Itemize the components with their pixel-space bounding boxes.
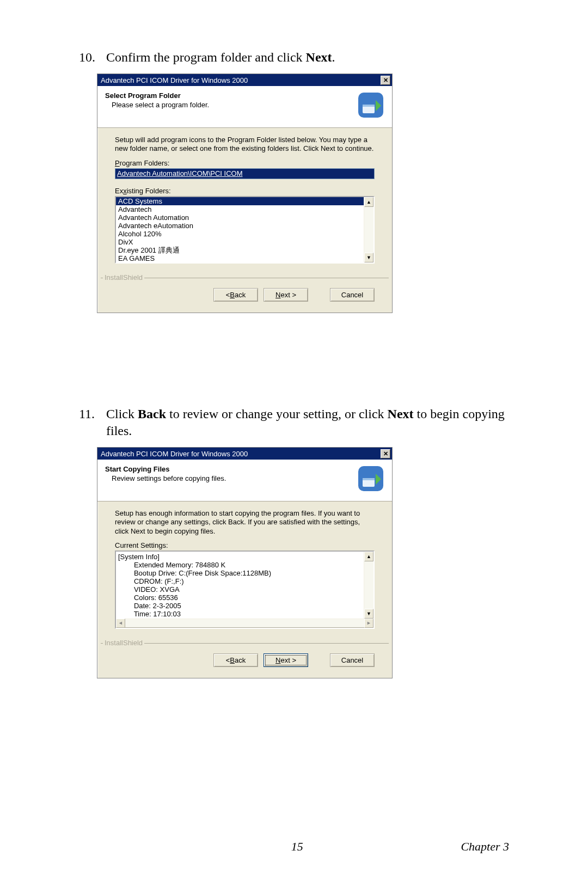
panel-subtitle: Please select a program folder. <box>112 101 352 109</box>
existing-folders-listbox[interactable]: ACD Systems Advantech Advantech Automati… <box>115 196 375 264</box>
settings-text: [System Info] Extended Memory: 784880 K … <box>116 552 364 619</box>
scroll-down-icon[interactable]: ▼ <box>364 609 373 619</box>
program-folders-label: Program Folders: <box>115 159 375 167</box>
installer-icon <box>357 465 384 492</box>
list-item[interactable]: Dr.eye 2001 譯典通 <box>116 246 364 254</box>
step-11-number: 11. <box>79 406 106 439</box>
panel-title: Start Copying Files <box>105 465 352 473</box>
installer-icon <box>357 91 384 119</box>
cancel-button[interactable]: Cancel <box>330 653 375 667</box>
svg-rect-2 <box>363 105 375 107</box>
listbox-items: ACD Systems Advantech Advantech Automati… <box>116 197 364 262</box>
group-title: InstallShield <box>103 273 144 282</box>
cancel-button[interactable]: Cancel <box>330 288 375 302</box>
page-number: 15 <box>133 840 461 854</box>
close-icon[interactable]: ✕ <box>381 76 390 85</box>
scrollbar-vertical[interactable]: ▲ ▼ <box>364 552 373 619</box>
scroll-right-icon[interactable]: ► <box>364 619 373 628</box>
step-10: 10. Confirm the program folder and click… <box>79 49 509 66</box>
titlebar: Advantech PCI ICOM Driver for Windows 20… <box>97 74 392 86</box>
list-item[interactable]: EA GAMES <box>116 254 364 262</box>
scroll-left-icon[interactable]: ◄ <box>116 619 125 628</box>
step-10-text: Confirm the program folder and click Nex… <box>106 49 509 66</box>
next-button[interactable]: Next > <box>264 653 308 667</box>
list-item[interactable]: DivX <box>116 238 364 246</box>
current-settings-label: Current Settings: <box>115 541 375 549</box>
button-group: InstallShield < Back Next > Cancel <box>101 278 389 308</box>
body-panel: Setup has enough information to start co… <box>97 501 392 633</box>
list-item[interactable]: Advantech eAutomation <box>116 222 364 230</box>
back-button[interactable]: < Back <box>213 653 258 667</box>
list-item[interactable]: Advantech <box>116 205 364 213</box>
existing-folders-label: Exxisting Folders:isting Folders: <box>115 187 375 195</box>
instruction-text: Setup has enough information to start co… <box>115 509 375 536</box>
header-panel: Start Copying Files Review settings befo… <box>97 460 392 501</box>
list-item[interactable]: ACD Systems <box>116 197 364 205</box>
header-panel: Select Program Folder Please select a pr… <box>97 86 392 128</box>
close-icon[interactable]: ✕ <box>381 449 390 458</box>
scrollbar-horizontal[interactable]: ◄ ► <box>116 619 373 628</box>
group-title: InstallShield <box>103 639 144 647</box>
scroll-track[interactable] <box>364 207 373 253</box>
next-button[interactable]: Next > <box>264 288 308 302</box>
panel-title: Select Program Folder <box>105 91 352 100</box>
back-button[interactable]: < Back <box>213 288 258 302</box>
dialog-select-program-folder: Advantech PCI ICOM Driver for Windows 20… <box>97 74 393 313</box>
scroll-up-icon[interactable]: ▲ <box>364 197 373 207</box>
list-item[interactable]: Alcohol 120% <box>116 230 364 238</box>
svg-rect-5 <box>363 478 375 480</box>
scroll-down-icon[interactable]: ▼ <box>364 253 373 262</box>
instruction-text: Setup will add program icons to the Prog… <box>115 136 375 154</box>
button-group: InstallShield < Back Next > Cancel <box>101 643 389 674</box>
panel-subtitle: Review settings before copying files. <box>112 474 352 482</box>
step-11: 11. Click Back to review or change your … <box>79 406 509 439</box>
scroll-track[interactable] <box>125 619 364 628</box>
dialog-start-copying-files: Advantech PCI ICOM Driver for Windows 20… <box>97 447 393 678</box>
scroll-track[interactable] <box>364 561 373 609</box>
body-panel: Setup will add program icons to the Prog… <box>97 128 392 268</box>
scrollbar-vertical[interactable]: ▲ ▼ <box>364 197 373 262</box>
step-10-number: 10. <box>79 49 106 66</box>
scroll-up-icon[interactable]: ▲ <box>364 552 373 561</box>
current-settings-box: [System Info] Extended Memory: 784880 K … <box>115 550 375 629</box>
list-item[interactable]: Advantech Automation <box>116 213 364 222</box>
titlebar: Advantech PCI ICOM Driver for Windows 20… <box>97 448 392 460</box>
chapter-label: Chapter 3 <box>461 840 509 854</box>
program-folder-input[interactable]: Advantech Automation\ICOM\PCI ICOM <box>115 168 375 179</box>
step-11-text: Click Back to review or change your sett… <box>106 406 509 439</box>
page-footer: 15 Chapter 3 <box>0 840 588 854</box>
window-title: Advantech PCI ICOM Driver for Windows 20… <box>101 450 248 458</box>
window-title: Advantech PCI ICOM Driver for Windows 20… <box>101 76 248 84</box>
